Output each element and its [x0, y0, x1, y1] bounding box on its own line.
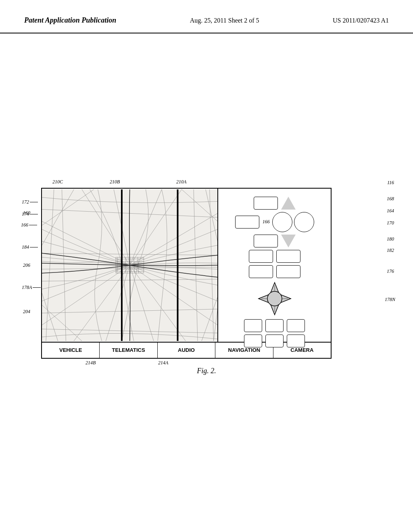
button-174[interactable]	[235, 216, 259, 229]
button-180-rect[interactable]	[249, 250, 273, 263]
controls-row-dpad	[224, 281, 325, 317]
label-210a: 210A	[176, 179, 186, 185]
main-content: 160 206 204 210C 210B 210A	[0, 33, 413, 529]
label-184: 184	[22, 244, 29, 250]
button-184-rect[interactable]	[249, 265, 273, 278]
dpad-svg	[257, 281, 293, 317]
map-svg	[42, 189, 217, 342]
button-178a-3[interactable]	[287, 319, 305, 332]
label-174: 174	[22, 211, 29, 217]
controls-row-1	[224, 197, 325, 210]
label-164: 164	[387, 208, 394, 214]
controls-row-178n	[224, 335, 325, 347]
label-184-group: 184	[22, 244, 38, 250]
label-180: 180	[387, 236, 394, 242]
controls-row-3	[224, 235, 325, 247]
page-header: Patent Application Publication Aug. 25, …	[0, 0, 413, 33]
button-164-circle[interactable]	[294, 212, 314, 232]
diagram-top: 166	[42, 189, 331, 342]
diagram-wrapper: 160 206 204 210C 210B 210A	[41, 188, 372, 359]
diagram-box: 166	[41, 188, 332, 359]
publication-number: US 2011/0207423 A1	[333, 17, 389, 24]
button-rect-3[interactable]	[254, 235, 278, 247]
label-168: 168	[387, 196, 394, 202]
label-166-group: 166	[21, 222, 37, 228]
publication-title: Patent Application Publication	[24, 16, 116, 25]
label-172-group: 172	[22, 199, 38, 205]
controls-section: 166	[218, 189, 331, 342]
label-210b: 210B	[110, 179, 120, 185]
button-182-rect[interactable]	[276, 250, 300, 263]
label-172: 172	[22, 199, 29, 205]
label-204: 204	[23, 309, 30, 315]
tab-vehicle[interactable]: VEHICLE	[42, 343, 100, 358]
controls-row-4	[224, 250, 325, 263]
label-206: 206	[23, 262, 30, 268]
button-178a-1[interactable]	[244, 319, 262, 332]
publication-date-sheet: Aug. 25, 2011 Sheet 2 of 5	[190, 17, 259, 24]
label-174-group: 174	[22, 211, 38, 217]
button-170-triangle-down[interactable]	[281, 235, 296, 247]
controls-row-178a	[224, 319, 325, 332]
map-section	[42, 189, 218, 342]
label-214b: 214B	[86, 360, 96, 366]
button-166-circle[interactable]	[272, 212, 292, 232]
tab-audio[interactable]: AUDIO	[158, 343, 215, 358]
label-214a: 214A	[158, 360, 168, 366]
label-116: 116	[387, 180, 394, 186]
label-210c: 210C	[52, 179, 63, 185]
tab-telematics[interactable]: TELEMATICS	[100, 343, 157, 358]
controls-row-2: 166	[224, 212, 325, 232]
button-172[interactable]	[254, 197, 278, 210]
button-168-triangle-up[interactable]	[281, 197, 296, 210]
label-166: 166	[21, 222, 28, 228]
button-178n-2[interactable]	[265, 335, 284, 347]
label-166: 166	[263, 219, 270, 225]
button-178a-2[interactable]	[265, 319, 284, 332]
button-rect-5b[interactable]	[276, 265, 300, 278]
label-178a: 178A	[22, 285, 32, 291]
button-178n-3[interactable]	[287, 335, 305, 347]
label-176: 176	[387, 268, 394, 274]
button-178n-1[interactable]	[244, 335, 262, 347]
controls-row-5	[224, 265, 325, 278]
label-178n: 178N	[385, 297, 395, 303]
label-170: 170	[387, 220, 394, 226]
svg-point-55	[267, 291, 282, 306]
label-182: 182	[387, 247, 394, 254]
label-178a-group: 178A	[22, 285, 41, 291]
figure-caption: Fig. 2.	[197, 367, 216, 375]
